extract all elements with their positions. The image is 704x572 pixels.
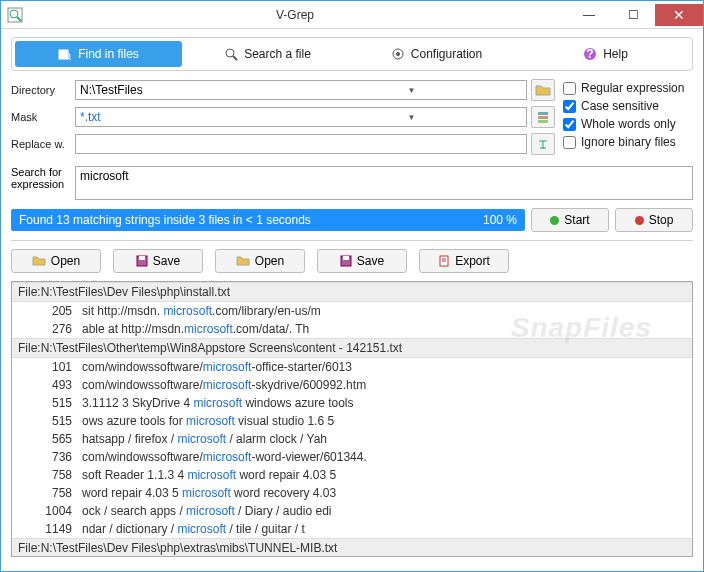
main-toolbar: Find in files Search a file Configuratio…	[11, 37, 693, 71]
save-left-button[interactable]: Save	[113, 249, 203, 273]
result-line[interactable]: 758soft Reader 1.1.3 4 microsoft word re…	[12, 466, 692, 484]
result-line[interactable]: 276able at http://msdn.microsoft.com/dat…	[12, 320, 692, 338]
minimize-button[interactable]: —	[567, 4, 611, 26]
regex-checkbox[interactable]: Regular expression	[563, 81, 693, 95]
export-icon	[438, 255, 450, 267]
result-file-header[interactable]: File:N:\TestFiles\Dev Files\php\install.…	[12, 282, 692, 302]
directory-combo[interactable]: N:\TestFiles▼	[75, 80, 527, 100]
floppy-icon	[340, 255, 352, 267]
result-line[interactable]: 493com/windowssoftware/microsoft-skydriv…	[12, 376, 692, 394]
mask-combo[interactable]: *.txt▼	[75, 107, 527, 127]
svg-text:?: ?	[586, 47, 593, 61]
result-file-header[interactable]: File:N:\TestFiles\Other\temp\Win8Appstor…	[12, 338, 692, 358]
search-icon	[224, 47, 238, 61]
result-line[interactable]: 736com/windowssoftware/microsoft-word-vi…	[12, 448, 692, 466]
result-file-header[interactable]: File:N:\TestFiles\Dev Files\php\extras\m…	[12, 538, 692, 557]
search-expression-label: Search for expression	[11, 166, 71, 190]
search-expression-input[interactable]: microsoft	[75, 166, 693, 200]
replace-label: Replace w.	[11, 138, 71, 150]
result-line[interactable]: 1149ndar / dictionary / microsoft / tile…	[12, 520, 692, 538]
save-right-button[interactable]: Save	[317, 249, 407, 273]
red-dot-icon	[635, 216, 644, 225]
svg-line-7	[233, 56, 237, 60]
svg-rect-3	[59, 50, 68, 59]
titlebar: V-Grep — ☐ ✕	[1, 1, 703, 29]
whole-words-checkbox[interactable]: Whole words only	[563, 117, 693, 131]
configuration-tab[interactable]: Configuration	[353, 41, 520, 67]
app-icon	[7, 7, 23, 23]
result-line[interactable]: 515ows azure tools for microsoft visual …	[12, 412, 692, 430]
result-line[interactable]: 565hatsapp / firefox / microsoft / alarm…	[12, 430, 692, 448]
result-line[interactable]: 5153.1112 3 SkyDrive 4 microsoft windows…	[12, 394, 692, 412]
svg-rect-14	[538, 120, 548, 123]
result-line[interactable]: 205sit http://msdn. microsoft.com/librar…	[12, 302, 692, 320]
result-line[interactable]: 101com/windowssoftware/microsoft-office-…	[12, 358, 692, 376]
mask-filter-button[interactable]	[531, 106, 555, 128]
ignore-binary-checkbox[interactable]: Ignore binary files	[563, 135, 693, 149]
start-button[interactable]: Start	[531, 208, 609, 232]
svg-rect-16	[139, 256, 145, 260]
case-sensitive-checkbox[interactable]: Case sensitive	[563, 99, 693, 113]
green-dot-icon	[550, 216, 559, 225]
search-a-file-tab[interactable]: Search a file	[184, 41, 351, 67]
svg-point-6	[226, 49, 234, 57]
svg-rect-18	[343, 256, 349, 260]
open-left-button[interactable]: Open	[11, 249, 101, 273]
divider	[11, 240, 693, 241]
window-title: V-Grep	[23, 8, 567, 22]
stop-button[interactable]: Stop	[615, 208, 693, 232]
open-right-button[interactable]: Open	[215, 249, 305, 273]
chevron-down-icon: ▼	[301, 113, 522, 122]
svg-rect-13	[538, 116, 548, 119]
status-bar: Found 13 matching strings inside 3 files…	[11, 209, 525, 231]
directory-label: Directory	[11, 84, 71, 96]
folder-open-icon	[236, 255, 250, 267]
folder-open-icon	[32, 255, 46, 267]
help-tab[interactable]: ? Help	[522, 41, 689, 67]
gear-icon	[391, 47, 405, 61]
replace-input[interactable]	[75, 134, 527, 154]
close-button[interactable]: ✕	[655, 4, 703, 26]
svg-line-5	[69, 58, 71, 60]
result-line[interactable]: 758 word repair 4.03 5 microsoft word re…	[12, 484, 692, 502]
floppy-icon	[136, 255, 148, 267]
mask-label: Mask	[11, 111, 71, 123]
result-line[interactable]: 1004ock / search apps / microsoft / Diar…	[12, 502, 692, 520]
search-files-icon	[58, 47, 72, 61]
svg-point-9	[396, 52, 400, 56]
maximize-button[interactable]: ☐	[611, 4, 655, 26]
export-button[interactable]: Export	[419, 249, 509, 273]
browse-folder-button[interactable]	[531, 79, 555, 101]
svg-rect-12	[538, 112, 548, 115]
results-list[interactable]: SnapFiles File:N:\TestFiles\Dev Files\ph…	[11, 281, 693, 557]
replace-tool-button[interactable]	[531, 133, 555, 155]
chevron-down-icon: ▼	[301, 86, 522, 95]
find-in-files-tab[interactable]: Find in files	[15, 41, 182, 67]
help-icon: ?	[583, 47, 597, 61]
